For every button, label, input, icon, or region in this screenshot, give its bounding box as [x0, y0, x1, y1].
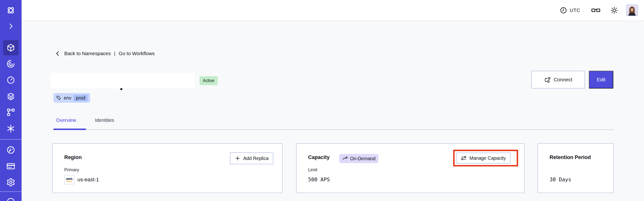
aws-logo: aws [64, 175, 74, 184]
namespace-detail-page: Back to Namespaces | Go to Workflows Act… [22, 21, 644, 201]
region-value: us-east-1 [78, 177, 99, 183]
sidebar-divider [0, 192, 22, 192]
retention-card-title: Retention Period [550, 154, 591, 160]
sidebar-item-support globe-icon[interactable] [3, 193, 18, 201]
on-demand-badge: On-Demand [339, 154, 378, 163]
timezone-label: UTC [570, 8, 580, 13]
manage-capacity-label: Manage Capacity [470, 156, 506, 161]
region-primary-label: Primary [64, 168, 79, 172]
connect-button-label: Connect [554, 77, 572, 82]
tag-icon [56, 95, 62, 101]
tab-active-indicator [54, 128, 86, 130]
sidebar-item-batch branch-icon[interactable] [3, 104, 18, 120]
tag-key: env [64, 95, 71, 101]
region-card-title: Region [64, 154, 82, 160]
aws-smile-icon [66, 180, 72, 182]
go-to-workflows-link[interactable]: Go to Workflows [119, 50, 155, 56]
sidebar-item-usage gauge-icon[interactable] [3, 142, 18, 158]
capacity-card-title: Capacity [308, 154, 330, 160]
connect-button[interactable]: Connect [531, 71, 585, 88]
user-avatar[interactable] [626, 4, 638, 16]
region-card: Region Add Replica Primary aws us-east-1 [52, 143, 282, 193]
sidebar-item-workflows spiral-icon[interactable] [3, 56, 18, 72]
sidebar-item-namespaces cube-icon[interactable] [3, 40, 18, 56]
topbar: UTC [22, 0, 644, 21]
sidebar-item-billing credit-card-icon[interactable] [3, 158, 18, 174]
sidebar-item-deployments layers-icon[interactable] [3, 89, 18, 104]
sidebar-item-settings gear-icon[interactable] [3, 174, 18, 190]
redaction-artifact [120, 88, 122, 90]
capacity-card: Capacity On-Demand Manage Capacity Limit… [296, 143, 524, 193]
capacity-limit-label: Limit [308, 168, 317, 172]
chevron-left-icon[interactable] [55, 50, 61, 56]
sidebar-expand-chevron-icon[interactable] [3, 18, 18, 34]
add-replica-button[interactable]: Add Replica [230, 152, 273, 164]
sidebar-item-schedules clock-icon[interactable] [3, 72, 18, 88]
sidebar-divider [0, 139, 22, 140]
capacity-value: 500 APS [308, 176, 330, 182]
tag-value-chip: prod [73, 95, 88, 101]
namespace-tag: env prod [54, 93, 90, 103]
labs-glasses-icon[interactable] [591, 7, 600, 14]
on-demand-label: On-Demand [350, 156, 376, 162]
sidebar-item-nexus asterisk-icon[interactable] [3, 121, 18, 136]
theme-sun-icon[interactable] [610, 6, 618, 14]
tabs-divider [52, 130, 614, 130]
connect-icon [544, 76, 551, 83]
breadcrumb-separator: | [114, 50, 115, 56]
clock-icon [560, 7, 567, 14]
region-value-row: aws us-east-1 [64, 175, 99, 184]
edit-button[interactable]: Edit [589, 71, 613, 88]
back-to-namespaces-link[interactable]: Back to Namespaces [64, 50, 111, 56]
sidebar [0, 0, 22, 201]
timezone-selector[interactable]: UTC [560, 7, 580, 14]
temporal-logo-icon[interactable] [3, 3, 18, 18]
retention-period-card: Retention Period 30 Days [538, 143, 614, 193]
breadcrumb: Back to Namespaces | Go to Workflows [55, 50, 155, 58]
sliders-icon [461, 155, 466, 161]
plus-icon [235, 156, 240, 161]
namespace-title-redacted [50, 73, 194, 88]
manage-capacity-button[interactable]: Manage Capacity [456, 152, 511, 164]
tab-overview[interactable]: Overview [56, 118, 76, 123]
tab-identities[interactable]: Identities [95, 118, 114, 123]
status-badge: Active [200, 76, 218, 85]
retention-value: 30 Days [550, 176, 571, 182]
add-replica-label: Add Replica [243, 156, 268, 161]
trending-up-icon [342, 156, 348, 162]
aws-logo-text: aws [66, 177, 73, 180]
edit-button-label: Edit [597, 77, 606, 82]
